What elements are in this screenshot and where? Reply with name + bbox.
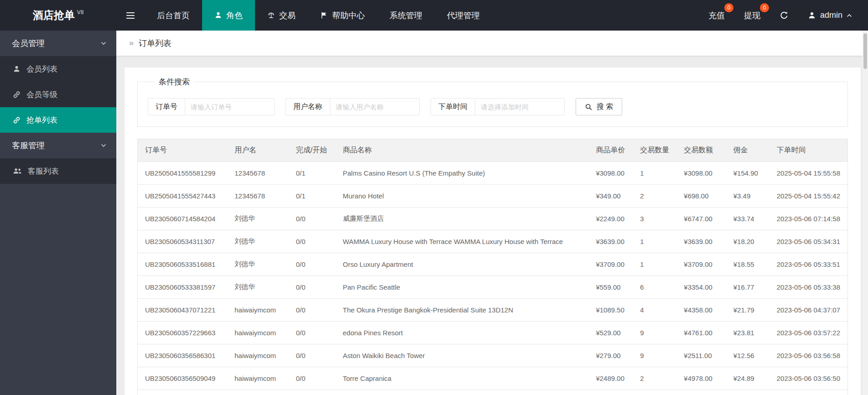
scales-icon — [267, 11, 275, 19]
link-icon — [13, 116, 21, 124]
sidebar-item-member-list[interactable]: 会员列表 — [0, 56, 116, 82]
table-cell: ¥23.81 — [726, 322, 769, 344]
table-cell: Torre Capranica — [335, 367, 588, 390]
table-cell: UB2305060356586301 — [138, 344, 228, 367]
search-form: 订单号 用户名称 下单时间 搜 索 — [148, 98, 837, 115]
table-row: UB2305060356436524haiwaiymcom0/0Lotte Ho… — [138, 390, 848, 395]
withdraw-button[interactable]: 提现 0 — [734, 0, 770, 31]
table-cell: 2 — [633, 185, 676, 208]
nav-label: 帮助中心 — [332, 10, 365, 21]
sidebar-section-member: 会员管理 会员列表 会员等级 — [0, 31, 116, 133]
sidebar-section-label: 会员管理 — [12, 38, 45, 49]
table-cell: ¥3098.00 — [588, 162, 633, 185]
nav-item-system-management[interactable]: 系统管理 — [377, 0, 435, 31]
nav-label: 代理管理 — [447, 10, 480, 21]
search-fieldset: 条件搜索 订单号 用户名称 下单时间 — [137, 77, 848, 127]
username-group: 用户名称 — [286, 98, 420, 115]
table-cell: 2023-05-06 04:37:07 — [769, 299, 848, 322]
nav-item-agent-management[interactable]: 代理管理 — [435, 0, 492, 31]
search-button-label: 搜 索 — [597, 102, 613, 112]
table-column-header: 交易数额 — [676, 139, 726, 162]
header-spacer — [492, 0, 699, 31]
table-cell: 12345678 — [227, 185, 289, 208]
table-cell: UB2305060533516881 — [138, 253, 228, 276]
table-cell: ¥4978.00 — [676, 367, 726, 390]
nav-item-dashboard[interactable]: 后台首页 — [145, 0, 202, 31]
table-row: UB2305060533381597刘德华0/0Pan Pacific Seat… — [138, 276, 848, 299]
table-row: UB2505041555581299123456780/1Palms Casin… — [138, 162, 848, 185]
sidebar-section-service-header[interactable]: 客服管理 — [0, 133, 116, 158]
table-cell: 2025-05-04 15:55:58 — [769, 162, 848, 185]
table-cell: 0/0 — [289, 276, 336, 299]
refresh-icon — [780, 11, 789, 20]
order-time-input[interactable] — [475, 99, 564, 115]
table-cell: WAMMA Luxury House with Terrace WAMMA Lu… — [335, 230, 588, 253]
sidebar-section-member-header[interactable]: 会员管理 — [0, 31, 116, 56]
table-cell: ¥2249.00 — [588, 208, 633, 230]
table-column-header: 用户名 — [227, 139, 289, 162]
table-column-header: 商品名称 — [335, 139, 588, 162]
link-icon — [13, 91, 21, 99]
brand-logo[interactable]: 酒店抢单 V8 — [0, 0, 116, 31]
table-cell: UB2305060356509049 — [138, 367, 228, 390]
sidebar-item-member-level[interactable]: 会员等级 — [0, 82, 116, 107]
table-cell: 0/0 — [289, 208, 336, 230]
sidebar-section-service-children: 客服列表 — [0, 158, 116, 184]
sidebar-item-label: 会员列表 — [26, 64, 57, 74]
table-cell: 2023-05-06 03:56:50 — [769, 367, 848, 390]
table-cell: Pan Pacific Seattle — [335, 276, 588, 299]
table-column-header: 完成/开始 — [289, 139, 336, 162]
refresh-button[interactable] — [770, 0, 798, 31]
table-row: UB2305060357229663haiwaiymcom0/0edona Pi… — [138, 322, 848, 344]
sidebar-item-grab-order-list[interactable]: 抢单列表 — [0, 107, 116, 133]
scrollbar-thumb[interactable] — [863, 33, 867, 69]
recharge-button[interactable]: 充值 0 — [699, 0, 734, 31]
table-cell: 2023-05-06 03:56:43 — [769, 390, 848, 395]
chevron-down-icon — [101, 144, 106, 147]
nav-item-help-center[interactable]: 帮助中心 — [308, 0, 377, 31]
table-cell: ¥698.00 — [676, 185, 726, 208]
table-cell: UB2305060714584204 — [138, 208, 228, 230]
search-icon — [585, 103, 593, 111]
order-no-input[interactable] — [185, 99, 274, 115]
table-cell: UB2505041555581299 — [138, 162, 228, 185]
person-icon — [214, 11, 222, 19]
top-nav: 后台首页 角色 交易 帮助中心 系统管理 代理管理 — [145, 0, 492, 31]
table-column-header: 订单号 — [138, 139, 228, 162]
table-cell: Murano Hotel — [335, 185, 588, 208]
nav-label: 系统管理 — [390, 10, 422, 21]
flag-icon — [320, 11, 328, 19]
table-cell: 0/0 — [289, 344, 336, 367]
table-row: UB2305060356586301haiwaiymcom0/0Aston Wa… — [138, 344, 848, 367]
brand-version: V8 — [77, 9, 84, 16]
orders-table: 订单号用户名完成/开始商品名称商品单价交易数量交易数额佣金下单时间 UB2505… — [137, 139, 848, 395]
chevron-up-icon — [847, 14, 852, 17]
user-menu[interactable]: admin — [798, 0, 862, 31]
table-cell: ¥16.77 — [726, 276, 769, 299]
content-area: » 订单列表 条件搜索 订单号 用户名称 下单时间 — [116, 31, 868, 395]
table-cell: ¥4358.00 — [676, 299, 726, 322]
table-cell: 2023-05-06 05:33:38 — [769, 276, 848, 299]
table-column-header: 佣金 — [726, 139, 769, 162]
nav-item-role[interactable]: 角色 — [202, 0, 255, 31]
sidebar-section-label: 客服管理 — [12, 140, 45, 151]
sidebar-item-service-list[interactable]: 客服列表 — [0, 158, 116, 184]
table-cell: ¥1089.50 — [588, 299, 633, 322]
table-cell: 0/1 — [289, 185, 336, 208]
page-title: 订单列表 — [139, 38, 172, 49]
sidebar-toggle-button[interactable] — [116, 0, 145, 31]
table-cell: 2023-05-06 05:33:51 — [769, 253, 848, 276]
table-cell: haiwaiymcom — [227, 390, 289, 395]
hamburger-icon — [125, 11, 135, 20]
username-input[interactable] — [330, 99, 419, 115]
nav-label: 角色 — [226, 10, 243, 21]
table-cell: 2025-05-04 15:55:42 — [769, 185, 848, 208]
table-cell: ¥529.00 — [588, 322, 633, 344]
scrollbar[interactable] — [863, 31, 868, 395]
table-cell: 刘德华 — [227, 208, 289, 230]
breadcrumb: » 订单列表 — [116, 31, 868, 56]
nav-item-trade[interactable]: 交易 — [255, 0, 308, 31]
search-button[interactable]: 搜 索 — [576, 98, 622, 115]
table-cell: 12345678 — [227, 162, 289, 185]
username: admin — [820, 10, 842, 20]
